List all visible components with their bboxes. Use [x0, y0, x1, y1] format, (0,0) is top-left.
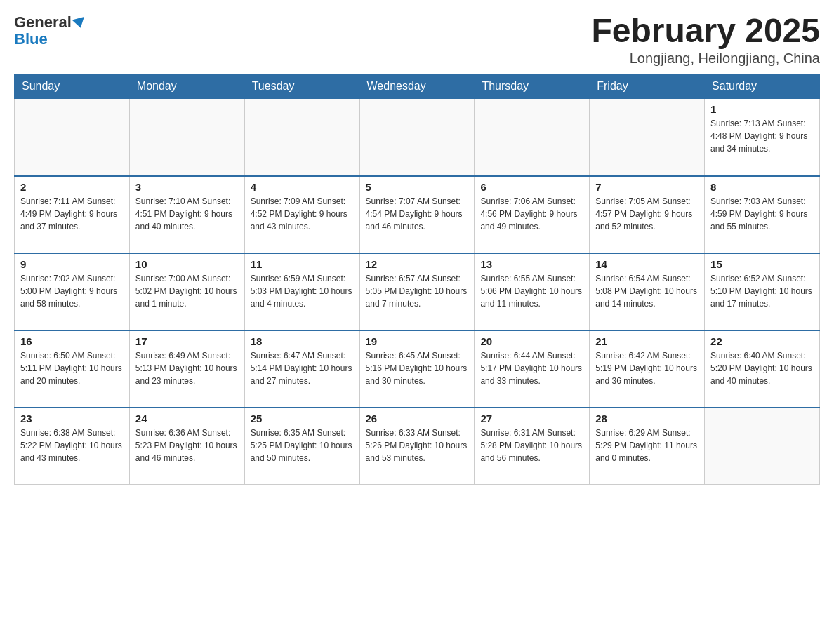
- table-row: 25Sunrise: 6:35 AM Sunset: 5:25 PM Dayli…: [244, 408, 359, 485]
- day-info: Sunrise: 6:59 AM Sunset: 5:03 PM Dayligh…: [251, 272, 354, 310]
- day-number: 19: [366, 335, 469, 347]
- day-info: Sunrise: 7:00 AM Sunset: 5:02 PM Dayligh…: [135, 272, 239, 310]
- logo-blue-text: Blue: [14, 30, 48, 48]
- day-number: 2: [20, 181, 124, 193]
- col-sunday: Sunday: [15, 74, 130, 99]
- table-row: 16Sunrise: 6:50 AM Sunset: 5:11 PM Dayli…: [15, 330, 130, 408]
- day-number: 10: [135, 258, 239, 270]
- day-info: Sunrise: 6:57 AM Sunset: 5:05 PM Dayligh…: [366, 272, 469, 310]
- day-info: Sunrise: 6:44 AM Sunset: 5:17 PM Dayligh…: [480, 349, 583, 387]
- day-number: 20: [480, 335, 583, 347]
- day-info: Sunrise: 6:45 AM Sunset: 5:16 PM Dayligh…: [366, 349, 469, 387]
- day-info: Sunrise: 6:50 AM Sunset: 5:11 PM Dayligh…: [20, 349, 124, 387]
- day-number: 1: [710, 103, 814, 115]
- table-row: 12Sunrise: 6:57 AM Sunset: 5:05 PM Dayli…: [359, 253, 475, 330]
- day-number: 6: [480, 181, 583, 193]
- day-number: 7: [595, 181, 699, 193]
- day-number: 25: [251, 412, 354, 424]
- day-info: Sunrise: 6:54 AM Sunset: 5:08 PM Dayligh…: [595, 272, 699, 310]
- table-row: [590, 99, 705, 176]
- day-number: 23: [20, 412, 124, 424]
- day-info: Sunrise: 7:06 AM Sunset: 4:56 PM Dayligh…: [480, 195, 583, 233]
- calendar-week-row: 2Sunrise: 7:11 AM Sunset: 4:49 PM Daylig…: [15, 176, 820, 253]
- day-info: Sunrise: 7:07 AM Sunset: 4:54 PM Dayligh…: [366, 195, 469, 233]
- day-number: 22: [710, 335, 814, 347]
- table-row: [15, 99, 130, 176]
- table-row: 23Sunrise: 6:38 AM Sunset: 5:22 PM Dayli…: [15, 408, 130, 485]
- day-number: 8: [710, 181, 814, 193]
- calendar-week-row: 9Sunrise: 7:02 AM Sunset: 5:00 PM Daylig…: [15, 253, 820, 330]
- day-number: 4: [251, 181, 354, 193]
- col-thursday: Thursday: [475, 74, 590, 99]
- day-info: Sunrise: 6:35 AM Sunset: 5:25 PM Dayligh…: [251, 427, 354, 464]
- day-info: Sunrise: 7:05 AM Sunset: 4:57 PM Dayligh…: [595, 195, 699, 233]
- day-number: 12: [366, 258, 469, 270]
- title-block: February 2025 Longjiang, Heilongjiang, C…: [591, 14, 820, 67]
- day-number: 24: [135, 412, 239, 424]
- day-info: Sunrise: 7:10 AM Sunset: 4:51 PM Dayligh…: [135, 195, 239, 233]
- day-info: Sunrise: 7:02 AM Sunset: 5:00 PM Dayligh…: [20, 272, 124, 310]
- day-number: 3: [135, 181, 239, 193]
- table-row: 28Sunrise: 6:29 AM Sunset: 5:29 PM Dayli…: [590, 408, 705, 485]
- table-row: [359, 99, 475, 176]
- col-wednesday: Wednesday: [359, 74, 475, 99]
- table-row: 21Sunrise: 6:42 AM Sunset: 5:19 PM Dayli…: [590, 330, 705, 408]
- day-number: 18: [251, 335, 354, 347]
- table-row: 9Sunrise: 7:02 AM Sunset: 5:00 PM Daylig…: [15, 253, 130, 330]
- day-info: Sunrise: 6:49 AM Sunset: 5:13 PM Dayligh…: [135, 349, 239, 387]
- day-info: Sunrise: 6:55 AM Sunset: 5:06 PM Dayligh…: [480, 272, 583, 310]
- calendar-week-row: 23Sunrise: 6:38 AM Sunset: 5:22 PM Dayli…: [15, 408, 820, 485]
- table-row: 7Sunrise: 7:05 AM Sunset: 4:57 PM Daylig…: [590, 176, 705, 253]
- table-row: 3Sunrise: 7:10 AM Sunset: 4:51 PM Daylig…: [129, 176, 244, 253]
- day-number: 11: [251, 258, 354, 270]
- table-row: 17Sunrise: 6:49 AM Sunset: 5:13 PM Dayli…: [129, 330, 244, 408]
- location-subtitle: Longjiang, Heilongjiang, China: [591, 51, 820, 67]
- day-info: Sunrise: 6:33 AM Sunset: 5:26 PM Dayligh…: [366, 427, 469, 464]
- col-tuesday: Tuesday: [244, 74, 359, 99]
- day-info: Sunrise: 6:47 AM Sunset: 5:14 PM Dayligh…: [251, 349, 354, 387]
- table-row: 15Sunrise: 6:52 AM Sunset: 5:10 PM Dayli…: [705, 253, 820, 330]
- day-info: Sunrise: 7:03 AM Sunset: 4:59 PM Dayligh…: [710, 195, 814, 233]
- day-info: Sunrise: 7:13 AM Sunset: 4:48 PM Dayligh…: [710, 117, 814, 155]
- table-row: 22Sunrise: 6:40 AM Sunset: 5:20 PM Dayli…: [705, 330, 820, 408]
- day-number: 9: [20, 258, 124, 270]
- day-number: 15: [710, 258, 814, 270]
- table-row: [705, 408, 820, 485]
- logo-general-text: General: [14, 13, 72, 31]
- table-row: 14Sunrise: 6:54 AM Sunset: 5:08 PM Dayli…: [590, 253, 705, 330]
- col-saturday: Saturday: [705, 74, 820, 99]
- day-info: Sunrise: 6:40 AM Sunset: 5:20 PM Dayligh…: [710, 349, 814, 387]
- day-number: 14: [595, 258, 699, 270]
- day-number: 21: [595, 335, 699, 347]
- table-row: [129, 99, 244, 176]
- day-info: Sunrise: 6:52 AM Sunset: 5:10 PM Dayligh…: [710, 272, 814, 310]
- table-row: 19Sunrise: 6:45 AM Sunset: 5:16 PM Dayli…: [359, 330, 475, 408]
- table-row: 13Sunrise: 6:55 AM Sunset: 5:06 PM Dayli…: [475, 253, 590, 330]
- table-row: 11Sunrise: 6:59 AM Sunset: 5:03 PM Dayli…: [244, 253, 359, 330]
- table-row: 26Sunrise: 6:33 AM Sunset: 5:26 PM Dayli…: [359, 408, 475, 485]
- calendar-header-row: Sunday Monday Tuesday Wednesday Thursday…: [15, 74, 820, 99]
- month-year-title: February 2025: [591, 14, 820, 48]
- day-number: 16: [20, 335, 124, 347]
- table-row: 27Sunrise: 6:31 AM Sunset: 5:28 PM Dayli…: [475, 408, 590, 485]
- calendar-table: Sunday Monday Tuesday Wednesday Thursday…: [14, 74, 820, 485]
- calendar-week-row: 1Sunrise: 7:13 AM Sunset: 4:48 PM Daylig…: [15, 99, 820, 176]
- table-row: 4Sunrise: 7:09 AM Sunset: 4:52 PM Daylig…: [244, 176, 359, 253]
- page-header: General Blue February 2025 Longjiang, He…: [14, 14, 820, 67]
- day-info: Sunrise: 6:31 AM Sunset: 5:28 PM Dayligh…: [480, 427, 583, 464]
- col-monday: Monday: [129, 74, 244, 99]
- day-number: 5: [366, 181, 469, 193]
- table-row: 8Sunrise: 7:03 AM Sunset: 4:59 PM Daylig…: [705, 176, 820, 253]
- day-number: 27: [480, 412, 583, 424]
- calendar-week-row: 16Sunrise: 6:50 AM Sunset: 5:11 PM Dayli…: [15, 330, 820, 408]
- table-row: 24Sunrise: 6:36 AM Sunset: 5:23 PM Dayli…: [129, 408, 244, 485]
- logo-triangle-icon: [72, 17, 86, 29]
- day-info: Sunrise: 7:09 AM Sunset: 4:52 PM Dayligh…: [251, 195, 354, 233]
- table-row: [475, 99, 590, 176]
- logo: General Blue: [14, 14, 86, 48]
- table-row: 10Sunrise: 7:00 AM Sunset: 5:02 PM Dayli…: [129, 253, 244, 330]
- day-number: 13: [480, 258, 583, 270]
- day-info: Sunrise: 6:38 AM Sunset: 5:22 PM Dayligh…: [20, 427, 124, 464]
- table-row: [244, 99, 359, 176]
- day-number: 17: [135, 335, 239, 347]
